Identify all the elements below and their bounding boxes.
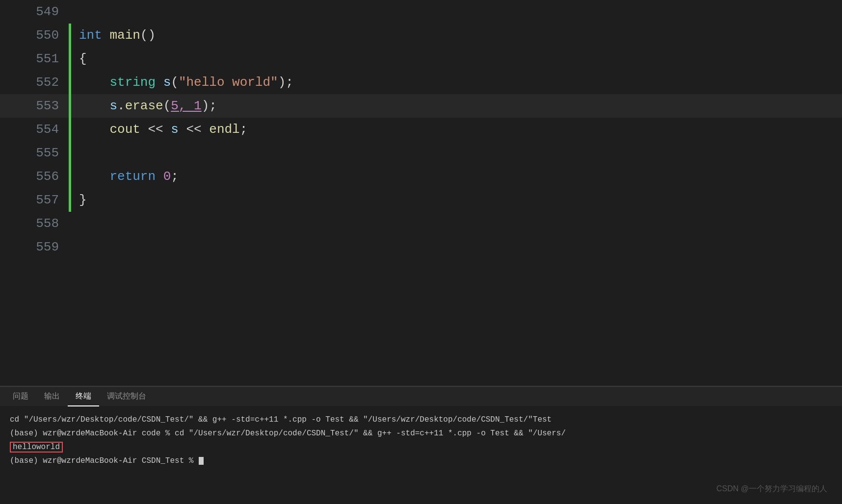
tab-label: 问题 (13, 391, 28, 402)
terminal-line: (base) wzr@wzrdeMacBook-Air code % cd "/… (10, 427, 832, 440)
terminal-tab[interactable]: 输出 (36, 387, 68, 406)
code-line: 549 (0, 0, 842, 24)
code-line: 552 string s("hello world"); (0, 71, 842, 94)
line-number: 553 (0, 94, 69, 118)
line-gutter (69, 0, 71, 24)
terminal-line: (base) wzr@wzrdeMacBook-Air CSDN_Test % (10, 454, 832, 468)
line-content: cout << s << endl; (71, 118, 842, 141)
line-content: string s("hello world"); (71, 71, 842, 94)
code-line: 551{ (0, 47, 842, 71)
terminal-tab[interactable]: 问题 (5, 387, 36, 406)
line-number: 550 (0, 24, 69, 47)
terminal-line: cd "/Users/wzr/Desktop/code/CSDN_Test/" … (10, 413, 832, 427)
code-line: 556 return 0; (0, 165, 842, 188)
tab-label: 终端 (76, 391, 91, 402)
terminal-area[interactable]: cd "/Users/wzr/Desktop/code/CSDN_Test/" … (0, 406, 842, 504)
line-number: 555 (0, 141, 69, 165)
terminal-tab[interactable]: 调试控制台 (99, 387, 154, 406)
editor-area: 549550int main()551{552 string s("hello … (0, 0, 842, 386)
tab-label: 调试控制台 (107, 391, 146, 402)
line-number: 556 (0, 165, 69, 188)
line-number: 554 (0, 118, 69, 141)
code-line: 559 (0, 235, 842, 259)
line-number: 557 (0, 188, 69, 212)
line-gutter (69, 212, 71, 235)
terminal-tabs: 问题输出终端调试控制台 (0, 386, 842, 406)
code-line: 554 cout << s << endl; (0, 118, 842, 141)
line-content: return 0; (71, 165, 842, 188)
line-number: 551 (0, 47, 69, 71)
code-line: 550int main() (0, 24, 842, 47)
code-line: 555 (0, 141, 842, 165)
cursor (199, 457, 204, 465)
line-number: 549 (0, 0, 69, 24)
watermark: CSDN @一个努力学习编程的人 (716, 484, 827, 494)
line-content: } (71, 188, 842, 212)
line-number: 558 (0, 212, 69, 235)
app-container: 549550int main()551{552 string s("hello … (0, 0, 842, 504)
highlighted-output: helloworld (10, 442, 63, 453)
line-content: int main() (71, 24, 842, 47)
line-gutter (69, 141, 71, 165)
terminal-tab[interactable]: 终端 (68, 387, 99, 406)
code-line: 558 (0, 212, 842, 235)
line-gutter (69, 235, 71, 259)
line-content: { (71, 47, 842, 71)
code-container: 549550int main()551{552 string s("hello … (0, 0, 842, 386)
terminal-line: helloworld (10, 440, 832, 454)
line-number: 552 (0, 71, 69, 94)
tab-label: 输出 (44, 391, 60, 402)
line-number: 559 (0, 235, 69, 259)
code-line: 553 s.erase(5, 1); (0, 94, 842, 118)
line-content: s.erase(5, 1); (71, 94, 842, 118)
code-line: 557} (0, 188, 842, 212)
